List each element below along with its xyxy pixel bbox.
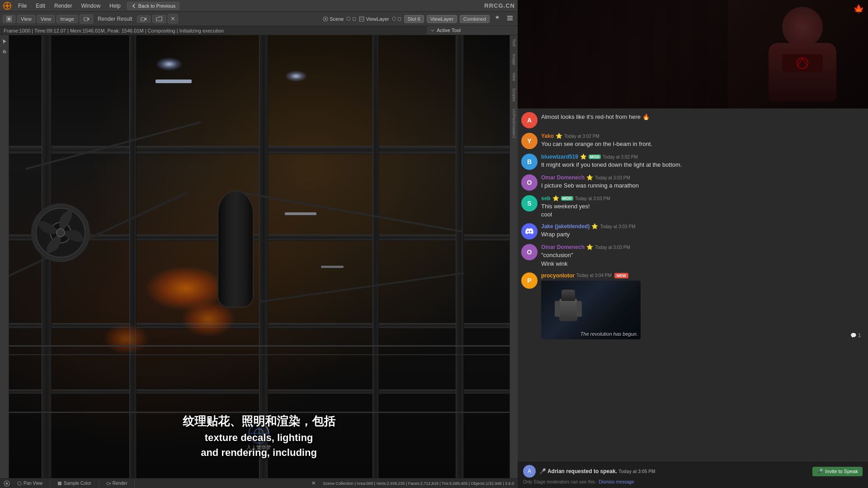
side-label-view: View: [510, 69, 518, 84]
render-result-label: Render Result: [95, 15, 135, 23]
scene-action-icons: ⬡ ◻: [346, 16, 356, 22]
close-image-icon[interactable]: ✕: [168, 14, 178, 23]
svg-point-25: [18, 482, 21, 485]
speak-info: 🎤 Adrian requested to speak. Today at 3:…: [539, 468, 809, 474]
mic-icon: 🎤: [817, 469, 823, 474]
chat-message-1: A Almost looks like it's red-hot from he…: [521, 112, 864, 128]
header-extra-icon[interactable]: [505, 15, 515, 23]
ceiling-light-bar-1: [156, 80, 192, 83]
chat-username-8: procyonlotor Today at 3:04 PM: [541, 272, 612, 279]
chat-content-3: bluewizard519 ⭐ MOD Today at 3:02 PM It …: [541, 154, 864, 169]
diag-beam-4: [259, 272, 464, 303]
menu-window[interactable]: Window: [78, 2, 103, 10]
chat-messages-list: A Almost looks like it's red-hot from he…: [518, 108, 868, 461]
combined-dropdown[interactable]: Combined: [460, 15, 490, 23]
chat-message-5: S seb ⭐ MOD Today at 3:03 PM This weeken…: [521, 195, 864, 219]
viewlayer-selector[interactable]: ViewLayer: [359, 16, 389, 22]
side-label-scopes: Scopes: [510, 84, 518, 105]
status-divider-1: [50, 480, 50, 487]
status-sample-color[interactable]: Sample Color: [57, 481, 91, 486]
view-button-2[interactable]: View: [37, 15, 55, 23]
status-divider-3: [134, 480, 135, 487]
chat-header-8: procyonlotor Today at 3:04 PM NEW: [541, 272, 864, 279]
railing-1: [0, 345, 518, 347]
invite-to-speak-button[interactable]: 🎤 Invite to Speak: [812, 467, 863, 476]
view-layer-dropdown[interactable]: ViewLayer: [427, 15, 457, 23]
ceiling-light-bar-3: [321, 266, 344, 268]
chat-username-7: Omar Domenech ⭐ Today at 3:03 PM: [541, 244, 864, 250]
sub-badge-4: ⭐: [586, 174, 593, 181]
avatar-2: Y: [521, 133, 538, 149]
scene-selector[interactable]: Scene: [323, 16, 344, 22]
svg-point-28: [797, 58, 808, 69]
active-tool-chevron: [430, 28, 435, 33]
menu-edit[interactable]: Edit: [33, 2, 48, 10]
tool-cursor-icon[interactable]: [0, 37, 9, 46]
discord-avatar-8: P: [521, 272, 538, 289]
menu-file[interactable]: File: [15, 2, 29, 10]
soldier-arm-left: [555, 301, 560, 317]
chat-username-4: Omar Domenech ⭐ Today at 3:03 PM: [541, 174, 864, 181]
status-pan-view[interactable]: Pan View: [17, 481, 42, 486]
chat-area: A Almost looks like it's red-hot from he…: [518, 108, 868, 488]
chat-text-1: Almost looks like it's red-hot from here…: [541, 113, 864, 121]
svg-point-9: [325, 18, 326, 20]
blender-logo-icon: [3, 1, 12, 10]
chat-content-7: Omar Domenech ⭐ Today at 3:03 PM "conclu…: [541, 244, 864, 267]
timestamp-7: Today at 3:03 PM: [595, 245, 630, 250]
folder-icon[interactable]: [152, 15, 166, 23]
side-label-uvpackmaster: UVPackmaster2: [510, 105, 518, 142]
header-settings-icon[interactable]: [492, 15, 502, 23]
menu-render[interactable]: Render: [52, 2, 75, 10]
chat-text-3: It might work if you toned down the ligh…: [541, 161, 864, 169]
editor-type-button[interactable]: [3, 15, 15, 23]
chat-message-2: Y Yako ⭐ Today at 3:02 PM You can see or…: [521, 133, 864, 149]
viewlayer-icon-2[interactable]: ◻: [397, 16, 401, 22]
reaction-icon: 💬: [850, 333, 857, 338]
mod-badge-5: MOD: [561, 196, 573, 201]
render-icon-btn[interactable]: [80, 14, 93, 23]
webcam-person-silhouette: [723, 0, 850, 108]
right-panel: 🍁 A Almost looks like it's red-hot from …: [518, 0, 868, 488]
ceiling-light-bar-2: [285, 212, 316, 215]
status-x-icon[interactable]: ✕: [311, 480, 316, 486]
svg-point-18: [57, 229, 65, 237]
chat-message-3: B bluewizard519 ⭐ MOD Today at 3:02 PM I…: [521, 154, 864, 170]
chat-content-8: procyonlotor Today at 3:04 PM NEW GIF: [541, 272, 864, 339]
slot-selector[interactable]: Slot 6: [404, 15, 424, 23]
back-to-previous-button[interactable]: Back to Previous: [127, 2, 180, 10]
side-label-image: Image: [510, 50, 518, 69]
chat-text-4: I picture Seb was running a marathon: [541, 182, 864, 190]
chat-gif-8: GIF The revolution: [541, 281, 641, 339]
status-render[interactable]: Render: [106, 481, 127, 486]
scene-label: Scene: [330, 16, 344, 22]
svg-rect-14: [507, 16, 513, 17]
svg-rect-13: [507, 18, 513, 19]
viewlayer-icon-1[interactable]: ⬡: [392, 16, 396, 22]
railing-2: [0, 354, 518, 355]
reaction-count: 1: [858, 333, 861, 338]
scene-icon-1[interactable]: ⬡: [346, 16, 351, 22]
sub-badge-5: ⭐: [552, 195, 559, 202]
person-body: [769, 43, 836, 102]
menu-help[interactable]: Help: [107, 2, 123, 10]
render-image: 入人繁华梦 纹理贴花、照明和渲染，包括 texture decals, ligh…: [0, 35, 518, 478]
chat-message-6: Jake (jakeblended) ⭐ Today at 3:03 PM Wr…: [521, 223, 864, 239]
view-menu-button[interactable]: View: [17, 15, 35, 23]
sub-badge-3: ⭐: [580, 154, 587, 160]
render-info-text: Frame:1000 | Time:09:12.07 | Mem:1546.01…: [4, 28, 224, 33]
avatar-3: B: [521, 154, 538, 170]
tool-hand-icon[interactable]: [0, 47, 9, 56]
dismiss-link[interactable]: Dismiss message: [599, 479, 634, 484]
image-button[interactable]: Image: [57, 15, 78, 23]
svg-rect-7: [141, 18, 145, 21]
chat-message-8: P procyonlotor Today at 3:04 PM NEW GIF: [521, 272, 864, 339]
scene-icon-2[interactable]: ◻: [352, 16, 356, 22]
cylinder-tank: [217, 190, 254, 308]
header-right-controls: Scene ⬡ ◻ ViewLayer ⬡ ◻ Slot 6 ViewLayer…: [323, 15, 515, 23]
right-side-labels: Tool Image View Scopes UVPackmaster2: [509, 35, 518, 478]
soldier-body: [559, 299, 577, 321]
camera-action-icon[interactable]: [137, 15, 151, 23]
timestamp-8: Today at 3:04 PM: [576, 273, 612, 278]
chat-username-3: bluewizard519 ⭐ MOD Today at 3:02 PM: [541, 154, 864, 160]
